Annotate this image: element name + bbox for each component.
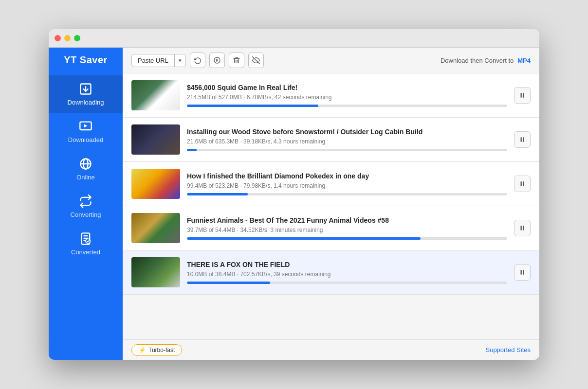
svg-rect-16 xyxy=(521,93,522,97)
turbo-fast-button[interactable]: ⚡ Turbo-fast xyxy=(131,344,182,356)
traffic-lights xyxy=(55,35,80,41)
settings-button[interactable] xyxy=(248,53,264,68)
download-item: Funniest Animals - Best Of The 2021 Funn… xyxy=(123,206,539,250)
pause-icon-5 xyxy=(519,269,526,276)
item-title-4: Funniest Animals - Best Of The 2021 Funn… xyxy=(187,216,507,224)
turbo-icon: ⚡ xyxy=(139,347,146,354)
app-title: YT Saver xyxy=(64,54,108,66)
hide-icon xyxy=(252,56,260,64)
svg-marker-3 xyxy=(84,124,88,127)
progress-bar-bg-1 xyxy=(187,105,507,107)
downloaded-icon xyxy=(79,120,92,133)
item-title-2: Installing our Wood Stove before Snowsto… xyxy=(187,128,507,136)
item-info-3: How I finished the Brilliant Diamond Pok… xyxy=(187,172,507,195)
pause-all-button[interactable] xyxy=(209,53,225,68)
download-item: How I finished the Brilliant Diamond Pok… xyxy=(123,162,539,206)
pause-button-3[interactable] xyxy=(514,176,531,192)
thumbnail-3 xyxy=(131,169,180,199)
sidebar-item-converted-label: Converted xyxy=(71,248,100,256)
progress-bar-fill-5 xyxy=(187,282,270,284)
item-status-5: 10.0MB of 38.4MB · 702.57KB/s, 39 second… xyxy=(187,271,507,278)
supported-sites-link[interactable]: Supported Sites xyxy=(485,346,531,354)
sidebar-item-downloading-label: Downloading xyxy=(67,99,104,106)
pause-button-2[interactable] xyxy=(514,131,531,148)
item-title-3: How I finished the Brilliant Diamond Pok… xyxy=(187,172,507,180)
paste-url-dropdown-arrow[interactable]: ▾ xyxy=(175,55,185,66)
download-item: $456,000 Squid Game In Real Life! 214.5M… xyxy=(123,73,539,118)
sidebar-item-downloaded-label: Downloaded xyxy=(68,136,103,143)
online-icon xyxy=(79,157,92,171)
paste-url-label: Paste URL xyxy=(132,54,175,67)
download-item: Installing our Wood Stove before Snowsto… xyxy=(123,118,539,162)
svg-rect-23 xyxy=(523,226,524,230)
pause-icon-3 xyxy=(519,180,526,187)
svg-rect-18 xyxy=(521,137,522,141)
item-title-5: THERE IS A FOX ON THE FIELD xyxy=(187,261,507,268)
item-info-4: Funniest Animals - Best Of The 2021 Funn… xyxy=(187,216,507,240)
download-list: $456,000 Squid Game In Real Life! 214.5M… xyxy=(123,73,539,339)
progress-bar-bg-5 xyxy=(187,282,507,284)
converted-icon xyxy=(79,232,92,246)
convert-format[interactable]: MP4 xyxy=(517,57,531,64)
app-window: YT Saver Downloading Downloaded xyxy=(49,29,539,360)
toolbar: Paste URL ▾ xyxy=(123,48,539,73)
item-info-1: $456,000 Squid Game In Real Life! 214.5M… xyxy=(187,84,507,107)
delete-button[interactable] xyxy=(229,53,244,68)
svg-rect-24 xyxy=(521,270,522,274)
item-info-2: Installing our Wood Stove before Snowsto… xyxy=(187,128,507,151)
item-title-1: $456,000 Squid Game In Real Life! xyxy=(187,84,507,91)
progress-bar-fill-3 xyxy=(187,193,248,195)
pause-button-5[interactable] xyxy=(514,264,531,281)
svg-rect-17 xyxy=(523,93,524,97)
close-button[interactable] xyxy=(55,35,61,41)
content-area: Paste URL ▾ xyxy=(123,48,539,360)
item-status-2: 21.6MB of 635.3MB · 39.18KB/s, 4.3 hours… xyxy=(187,138,507,145)
sidebar-item-downloading[interactable]: Downloading xyxy=(49,75,123,113)
svg-rect-19 xyxy=(523,137,524,141)
sidebar: YT Saver Downloading Downloaded xyxy=(49,48,123,360)
svg-rect-20 xyxy=(521,181,522,186)
refresh-icon xyxy=(194,56,202,64)
bottom-bar: ⚡ Turbo-fast Supported Sites xyxy=(123,339,539,360)
sidebar-item-converting[interactable]: Converting xyxy=(49,188,123,225)
thumbnail-4 xyxy=(131,213,180,243)
maximize-button[interactable] xyxy=(74,35,80,41)
refresh-button[interactable] xyxy=(190,53,205,68)
sidebar-item-downloaded[interactable]: Downloaded xyxy=(49,113,123,150)
svg-point-12 xyxy=(214,57,220,63)
pause-icon-2 xyxy=(519,136,526,143)
svg-rect-21 xyxy=(523,181,524,186)
trash-icon xyxy=(233,56,240,64)
turbo-label: Turbo-fast xyxy=(148,347,175,354)
pause-icon-1 xyxy=(519,92,526,99)
pause-button-4[interactable] xyxy=(514,220,531,236)
svg-rect-22 xyxy=(521,226,522,230)
item-status-1: 214.5MB of 527.0MB · 6.78MB/s, 42 second… xyxy=(187,94,507,101)
svg-rect-25 xyxy=(523,270,524,274)
thumbnail-5 xyxy=(131,257,180,287)
convert-label: Download then Convert to xyxy=(441,57,514,64)
paste-url-button[interactable]: Paste URL ▾ xyxy=(131,54,186,67)
item-info-5: THERE IS A FOX ON THE FIELD 10.0MB of 38… xyxy=(187,261,507,284)
progress-bar-fill-2 xyxy=(187,149,197,151)
progress-bar-bg-4 xyxy=(187,237,507,240)
download-icon xyxy=(79,82,92,96)
thumbnail-1 xyxy=(131,80,180,110)
progress-bar-fill-4 xyxy=(187,237,421,240)
pause-icon-4 xyxy=(519,225,526,231)
pause-icon xyxy=(213,56,221,64)
download-item: THERE IS A FOX ON THE FIELD 10.0MB of 38… xyxy=(123,250,539,295)
progress-bar-bg-3 xyxy=(187,193,507,195)
sidebar-item-online-label: Online xyxy=(76,174,95,181)
sidebar-item-converted[interactable]: Converted xyxy=(49,225,123,263)
title-bar xyxy=(49,29,539,48)
progress-bar-fill-1 xyxy=(187,105,318,107)
minimize-button[interactable] xyxy=(64,35,71,41)
converting-icon xyxy=(79,194,92,208)
pause-button-1[interactable] xyxy=(514,87,531,104)
sidebar-item-online[interactable]: Online xyxy=(49,150,123,188)
thumbnail-2 xyxy=(131,124,180,155)
main-layout: YT Saver Downloading Downloaded xyxy=(49,48,539,360)
progress-bar-bg-2 xyxy=(187,149,507,151)
item-status-4: 39.7MB of 54.4MB · 34.52KB/s, 3 minutes … xyxy=(187,227,507,233)
